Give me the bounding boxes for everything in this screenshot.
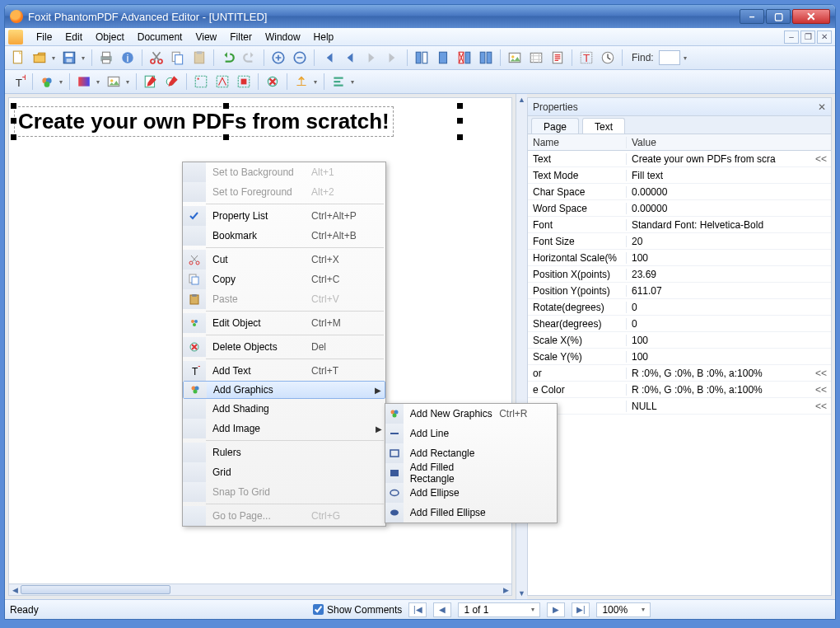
prop-row[interactable]: Text ModeFill text xyxy=(528,167,831,184)
redo-button[interactable] xyxy=(240,48,259,68)
paste-button[interactable] xyxy=(189,48,209,68)
add-text-button[interactable]: T+ xyxy=(8,72,28,91)
prop-value[interactable]: 100 xyxy=(627,335,831,346)
open-dropdown[interactable]: ▾ xyxy=(49,54,58,62)
zoom-indicator[interactable]: 100%▾ xyxy=(596,602,651,617)
select-tool-2[interactable] xyxy=(212,72,232,91)
menu-item-add-graphics[interactable]: Add Graphics▶ xyxy=(183,381,385,399)
image-dropdown[interactable]: ▾ xyxy=(124,78,132,86)
menu-item-add-rectangle[interactable]: Add Rectangle xyxy=(385,443,557,463)
menu-item-edit-object[interactable]: Edit ObjectCtrl+M xyxy=(183,313,385,333)
prop-value[interactable]: 611.07 xyxy=(627,285,831,297)
menu-item-rulers[interactable]: Rulers xyxy=(183,443,385,462)
prop-value[interactable]: 23.69 xyxy=(627,269,831,280)
menu-item-copy[interactable]: CopyCtrl+C xyxy=(183,269,385,289)
select-tool-1[interactable] xyxy=(191,72,211,91)
menu-item-property-list[interactable]: Property ListCtrl+Alt+P xyxy=(183,206,385,226)
properties-close[interactable]: ✕ xyxy=(818,101,826,113)
prop-value[interactable]: 0.00000 xyxy=(627,186,831,198)
prop-value[interactable]: R :0%, G :0%, B :0%, a:100% xyxy=(627,368,811,379)
arrange-button[interactable] xyxy=(292,72,311,91)
menu-item-add-filled-ellipse[interactable]: Add Filled Ellipse xyxy=(385,503,557,523)
close-button[interactable]: ✕ xyxy=(792,9,830,24)
menu-filter[interactable]: Filter xyxy=(223,30,259,45)
add-graphics-button[interactable] xyxy=(37,72,57,91)
add-image-button[interactable] xyxy=(104,72,124,91)
prop-value[interactable]: 100 xyxy=(627,351,831,363)
prop-row[interactable]: Position X(points)23.69 xyxy=(528,266,831,283)
hscroll-right[interactable]: ▶ xyxy=(500,584,511,595)
vscroll-down[interactable]: ▼ xyxy=(516,588,527,599)
prev-page-button[interactable] xyxy=(340,48,360,68)
app-menu-icon[interactable] xyxy=(8,30,23,45)
graphics-dropdown[interactable]: ▾ xyxy=(57,78,65,86)
undo-button[interactable] xyxy=(218,48,238,68)
prop-value[interactable]: NULL xyxy=(627,401,811,412)
page-indicator[interactable]: 1 of 1▾ xyxy=(458,602,540,617)
prop-row[interactable]: orR :0%, G :0%, B :0%, a:100%<< xyxy=(528,365,831,382)
mdi-minimize[interactable]: – xyxy=(784,30,799,44)
resize-handle[interactable] xyxy=(457,134,463,140)
layout-3-button[interactable] xyxy=(455,48,474,68)
prop-expand-button[interactable]: << xyxy=(811,401,831,412)
menu-view[interactable]: View xyxy=(189,30,223,45)
menu-item-add-new-graphics[interactable]: Add New GraphicsCtrl+R xyxy=(385,404,557,424)
new-button[interactable] xyxy=(8,48,28,68)
resize-handle[interactable] xyxy=(457,118,463,124)
prop-expand-button[interactable]: << xyxy=(811,384,831,396)
prop-row[interactable]: Position Y(points)611.07 xyxy=(528,283,831,299)
prop-row[interactable]: FontStandard Font: Helvetica-Bold xyxy=(528,217,831,233)
nav-last[interactable]: ▶| xyxy=(572,602,590,617)
prop-value[interactable]: 20 xyxy=(627,236,831,247)
open-button[interactable] xyxy=(30,48,49,68)
resize-handle[interactable] xyxy=(11,134,16,140)
menu-item-cut[interactable]: CutCtrl+X xyxy=(183,250,385,269)
nav-first[interactable]: |◀ xyxy=(408,602,427,617)
prop-row[interactable]: Font Size20 xyxy=(528,233,831,250)
resize-handle[interactable] xyxy=(223,103,229,109)
prop-value[interactable]: R :0%, G :0%, B :0%, a:100% xyxy=(627,384,811,396)
resize-handle[interactable] xyxy=(223,134,229,140)
crop-tool-button[interactable] xyxy=(526,48,546,68)
hscroll-track[interactable] xyxy=(21,584,500,595)
menu-item-add-shading[interactable]: Add Shading xyxy=(183,399,385,419)
prop-expand-button[interactable]: << xyxy=(811,153,831,165)
minimize-button[interactable]: – xyxy=(740,9,764,24)
find-dropdown[interactable]: ▾ xyxy=(684,54,687,62)
menu-help[interactable]: Help xyxy=(307,30,341,45)
prop-value[interactable]: Fill text xyxy=(627,170,831,181)
next-page-button[interactable] xyxy=(362,48,381,68)
menu-item-grid[interactable]: Grid xyxy=(183,462,385,482)
copy-button[interactable] xyxy=(168,48,188,68)
add-shading-button[interactable] xyxy=(74,72,94,91)
resize-handle[interactable] xyxy=(11,103,16,109)
vscroll-up[interactable]: ▲ xyxy=(516,94,527,105)
prop-row[interactable]: Scale Y(%)100 xyxy=(528,349,831,365)
print-button[interactable] xyxy=(96,48,116,68)
maximize-button[interactable]: ▢ xyxy=(766,9,791,24)
prop-row[interactable]: Rotate(degrees)0 xyxy=(528,299,831,316)
menu-item-add-text[interactable]: T+Add TextCtrl+T xyxy=(183,361,385,381)
props-tab-page[interactable]: Page xyxy=(531,118,579,134)
menu-item-delete-objects[interactable]: Delete ObjectsDel xyxy=(183,337,385,357)
select-tool-3[interactable] xyxy=(234,72,254,91)
menu-file[interactable]: File xyxy=(30,30,58,45)
reflow-button[interactable] xyxy=(548,48,567,68)
text-tool-button[interactable]: T xyxy=(576,48,596,68)
menu-item-add-filled-rectangle[interactable]: Add Filled Rectangle xyxy=(385,463,557,483)
delete-obj-button[interactable] xyxy=(263,72,282,91)
cut-button[interactable] xyxy=(147,48,166,68)
menu-item-add-image[interactable]: Add Image▶ xyxy=(183,419,385,438)
layout-2-button[interactable] xyxy=(433,48,453,68)
save-dropdown[interactable]: ▾ xyxy=(79,54,87,62)
layout-1-button[interactable] xyxy=(412,48,432,68)
prop-row[interactable]: Shear(degrees)0 xyxy=(528,316,831,332)
mdi-close[interactable]: ✕ xyxy=(817,30,832,44)
menu-document[interactable]: Document xyxy=(131,30,189,45)
image-tool-button[interactable] xyxy=(505,48,525,68)
menu-item-add-ellipse[interactable]: Add Ellipse xyxy=(385,483,557,503)
info-button[interactable]: i xyxy=(118,48,138,68)
find-input[interactable] xyxy=(659,50,680,65)
prop-value[interactable]: 0 xyxy=(627,302,831,313)
first-page-button[interactable] xyxy=(319,48,338,68)
